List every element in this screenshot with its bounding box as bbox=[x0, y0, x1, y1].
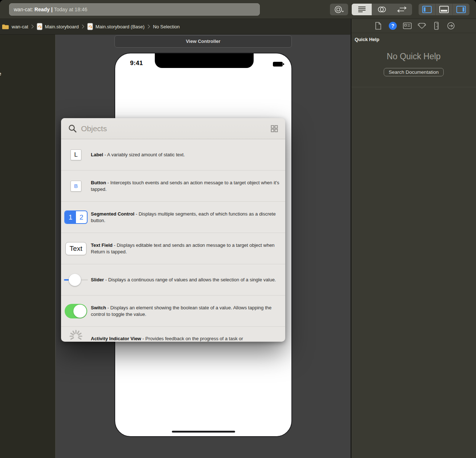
library-item-button[interactable]: B Button - Intercepts touch events and s… bbox=[61, 170, 285, 202]
storyboard-file-icon bbox=[37, 23, 43, 30]
search-icon bbox=[68, 124, 77, 133]
label-icon: L bbox=[70, 149, 81, 160]
inspector-tab-bar: ? bbox=[351, 19, 476, 33]
switch-icon bbox=[65, 304, 87, 318]
battery-icon bbox=[273, 62, 283, 67]
breadcrumb-project[interactable]: wan-cat bbox=[12, 24, 28, 29]
object-library-popup: Objects L Label - A variably sized amoun… bbox=[61, 118, 285, 342]
breadcrumb-selection[interactable]: No Selection bbox=[153, 24, 180, 29]
library-item-activity-indicator[interactable]: Activity Indicator View - Provides feedb… bbox=[61, 327, 285, 342]
assistant-editor-segment[interactable] bbox=[372, 4, 392, 15]
status-time: Today at 18:46 bbox=[54, 7, 88, 12]
bottom-panel-icon bbox=[439, 6, 449, 13]
notch bbox=[155, 53, 254, 68]
toggle-debug-area-button[interactable] bbox=[435, 4, 452, 15]
toggle-navigator-button[interactable] bbox=[419, 4, 435, 15]
panel-visibility-toggles bbox=[419, 4, 469, 15]
outline-clipped-text: e bbox=[0, 71, 1, 77]
library-item-text: Activity Indicator View - Provides feedb… bbox=[91, 327, 285, 342]
breadcrumb-localization[interactable]: Main.storyboard (Base) bbox=[96, 24, 145, 29]
status-project: wan-cat: bbox=[14, 7, 35, 12]
library-item-label[interactable]: L Label - A variably sized amount of sta… bbox=[61, 139, 285, 170]
activity-viewer: wan-cat: Ready | Today at 18:46 bbox=[9, 3, 260, 16]
standard-editor-segment[interactable] bbox=[352, 4, 372, 15]
library-item-segmented-control[interactable]: 1 2 Segmented Control - Displays multipl… bbox=[61, 202, 285, 233]
document-outline-panel: e bbox=[0, 35, 56, 458]
list-lines-icon bbox=[358, 6, 366, 13]
inspector-panel: ? bbox=[351, 19, 476, 458]
interface-builder-canvas: View Controller 9:41 Objects bbox=[56, 35, 350, 458]
chevron-right-icon bbox=[148, 24, 150, 29]
slider-icon bbox=[64, 273, 88, 286]
no-quick-help-message: No Quick Help bbox=[351, 52, 476, 61]
compare-arrows-icon bbox=[397, 6, 407, 13]
view-controller-scene-header[interactable]: View Controller bbox=[114, 35, 292, 48]
ruler-icon bbox=[434, 22, 439, 30]
inspector-divider bbox=[351, 87, 476, 87]
identity-card-icon bbox=[403, 23, 412, 29]
search-input[interactable]: Objects bbox=[81, 124, 271, 133]
library-item-text-field[interactable]: Text Text Field - Displays editable text… bbox=[61, 233, 285, 264]
inspector-section-title: Quick Help bbox=[355, 37, 476, 42]
file-inspector-tab[interactable] bbox=[374, 21, 383, 30]
editor-mode-segmented-control bbox=[352, 4, 412, 15]
library-item-text: Slider - Displays a continuous range of … bbox=[91, 277, 285, 283]
home-indicator bbox=[172, 431, 235, 433]
search-documentation-button[interactable]: Search Documentation bbox=[384, 68, 444, 76]
text-field-icon: Text bbox=[65, 242, 86, 255]
library-item-slider[interactable]: Slider - Displays a continuous range of … bbox=[61, 264, 285, 296]
arrow-circle-icon bbox=[447, 22, 455, 30]
library-search-bar: Objects bbox=[61, 118, 285, 139]
status-bar-time: 9:41 bbox=[130, 60, 143, 67]
status-state: Ready | bbox=[35, 7, 54, 12]
toolbar: wan-cat: Ready | Today at 18:46 bbox=[0, 0, 476, 19]
segmented-control-icon: 1 2 bbox=[64, 210, 88, 224]
grid-view-icon[interactable] bbox=[271, 125, 278, 132]
attributes-badge-icon bbox=[417, 22, 426, 29]
left-panel-icon bbox=[422, 6, 432, 13]
library-item-text: Segmented Control - Displays multiple se… bbox=[91, 211, 285, 224]
attributes-inspector-tab[interactable] bbox=[417, 21, 426, 30]
breadcrumb-file[interactable]: Main.storyboard bbox=[45, 24, 79, 29]
overlapping-circles-icon bbox=[377, 6, 387, 13]
library-item-text: Text Field - Displays editable text and … bbox=[91, 242, 285, 255]
editor-options-icon bbox=[334, 5, 344, 14]
connections-inspector-tab[interactable] bbox=[447, 21, 455, 30]
breadcrumb: wan-cat Main.storyboard Main.storyboard … bbox=[0, 19, 350, 35]
quick-help-inspector-tab[interactable]: ? bbox=[388, 21, 397, 30]
activity-indicator-icon bbox=[69, 329, 83, 342]
library-item-text: Label - A variably sized amount of stati… bbox=[91, 152, 285, 158]
document-icon bbox=[375, 22, 382, 30]
chevron-right-icon bbox=[82, 24, 84, 29]
version-editor-segment[interactable] bbox=[392, 4, 412, 15]
button-icon: B bbox=[70, 181, 81, 192]
right-panel-icon bbox=[456, 6, 466, 13]
chevron-right-icon bbox=[31, 24, 34, 29]
folder-icon bbox=[2, 24, 9, 29]
toggle-inspector-button[interactable] bbox=[452, 4, 469, 15]
editor-options-button[interactable] bbox=[330, 4, 348, 15]
storyboard-file-icon bbox=[87, 23, 93, 30]
size-inspector-tab[interactable] bbox=[432, 21, 441, 30]
identity-inspector-tab[interactable] bbox=[403, 21, 412, 30]
library-item-text: Button - Intercepts touch events and sen… bbox=[91, 180, 285, 192]
question-mark-icon: ? bbox=[389, 22, 397, 30]
xcode-window: wan-cat: Ready | Today at 18:46 bbox=[0, 0, 476, 458]
library-item-switch[interactable]: Switch - Displays an element showing the… bbox=[61, 296, 285, 327]
library-item-text: Switch - Displays an element showing the… bbox=[91, 305, 285, 317]
